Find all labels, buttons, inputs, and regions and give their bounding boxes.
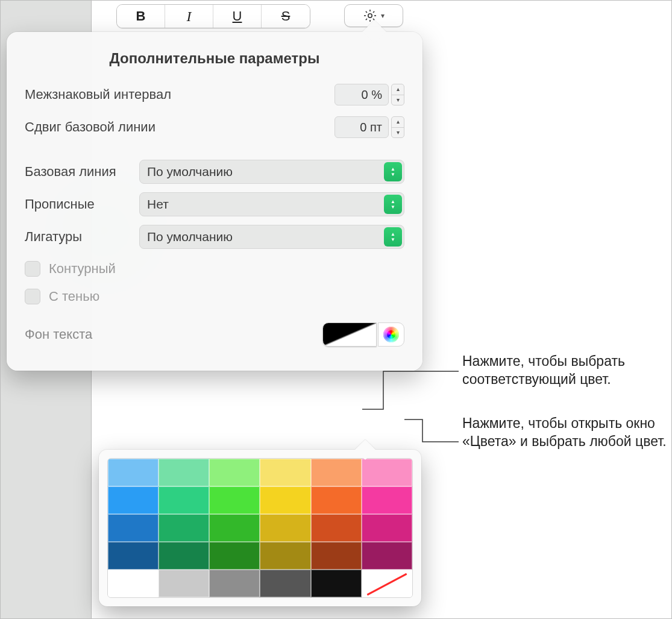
ligatures-label: Лигатуры xyxy=(25,229,139,245)
color-swatch[interactable] xyxy=(311,486,362,514)
color-swatch[interactable] xyxy=(260,514,310,542)
baseline-shift-step-down[interactable]: ▾ xyxy=(392,128,404,138)
popover-title: Дополнительные параметры xyxy=(25,50,404,67)
ligatures-dropdown-value: По умолчанию xyxy=(147,230,233,244)
shadow-label: С тенью xyxy=(49,289,99,304)
chevron-down-icon: ▾ xyxy=(381,11,385,20)
text-background-label: Фон текста xyxy=(25,327,92,342)
row-baseline: Базовая линия По умолчанию ▲▼ xyxy=(25,160,404,184)
color-swatch-popover xyxy=(99,450,421,606)
caps-label: Прописные xyxy=(25,196,139,212)
row-caps: Прописные Нет ▲▼ xyxy=(25,192,404,216)
color-swatch[interactable] xyxy=(362,486,412,514)
underline-icon: U xyxy=(233,8,242,24)
text-background-controls xyxy=(322,322,404,347)
row-baseline-shift: Сдвиг базовой линии 0 пт ▴ ▾ xyxy=(25,116,404,138)
char-spacing-step-down[interactable]: ▾ xyxy=(392,95,404,105)
color-swatch[interactable] xyxy=(108,486,159,514)
callout-color-wheel: Нажмите, чтобы открыть окно «Цвета» и вы… xyxy=(462,414,667,450)
color-swatch[interactable] xyxy=(260,486,310,514)
strikethrough-icon: S xyxy=(281,8,290,24)
char-spacing-label: Межзнаковый интервал xyxy=(25,87,171,102)
color-swatch[interactable] xyxy=(108,459,159,486)
color-swatch[interactable] xyxy=(362,542,412,570)
color-well-button[interactable] xyxy=(322,322,377,347)
svg-line-5 xyxy=(366,11,367,13)
ligatures-dropdown[interactable]: По умолчанию ▲▼ xyxy=(139,225,404,249)
color-swatch[interactable] xyxy=(209,570,260,597)
caps-dropdown-value: Нет xyxy=(147,197,169,212)
svg-line-7 xyxy=(366,19,367,20)
row-outline: Контурный xyxy=(25,261,404,277)
svg-point-0 xyxy=(368,14,372,17)
color-wheel-icon xyxy=(383,327,399,342)
color-wheel-button[interactable] xyxy=(378,322,404,347)
char-spacing-stepper: 0 % ▴ ▾ xyxy=(334,84,404,105)
color-swatch[interactable] xyxy=(311,570,362,597)
bold-button[interactable]: B xyxy=(117,5,165,28)
outline-checkbox[interactable] xyxy=(25,261,40,277)
baseline-shift-stepper: 0 пт ▴ ▾ xyxy=(334,116,404,138)
baseline-shift-step-buttons: ▴ ▾ xyxy=(391,116,404,138)
baseline-dropdown-value: По умолчанию xyxy=(147,165,233,179)
row-text-background: Фон текста xyxy=(25,322,404,347)
color-swatch[interactable] xyxy=(209,486,260,514)
color-swatch[interactable] xyxy=(362,514,412,542)
color-swatch[interactable] xyxy=(209,514,260,542)
caps-dropdown[interactable]: Нет ▲▼ xyxy=(139,192,404,216)
color-swatch[interactable] xyxy=(311,514,362,542)
baseline-dropdown[interactable]: По умолчанию ▲▼ xyxy=(139,160,404,184)
dropdown-knob-icon: ▲▼ xyxy=(384,195,402,214)
color-swatch[interactable] xyxy=(362,570,412,597)
row-ligatures: Лигатуры По умолчанию ▲▼ xyxy=(25,225,404,249)
color-swatch[interactable] xyxy=(108,542,159,570)
italic-icon: I xyxy=(187,8,192,25)
char-spacing-value[interactable]: 0 % xyxy=(334,84,389,105)
dropdown-knob-icon: ▲▼ xyxy=(384,162,402,181)
color-swatch[interactable] xyxy=(260,459,310,486)
color-swatch[interactable] xyxy=(159,459,209,486)
color-swatch[interactable] xyxy=(159,542,209,570)
char-spacing-step-buttons: ▴ ▾ xyxy=(391,84,404,105)
color-swatch-grid xyxy=(107,458,413,598)
strikethrough-button[interactable]: S xyxy=(262,5,310,28)
color-swatch[interactable] xyxy=(209,459,260,486)
color-swatch[interactable] xyxy=(159,486,209,514)
color-swatch[interactable] xyxy=(159,570,209,597)
baseline-shift-value[interactable]: 0 пт xyxy=(334,116,389,138)
row-shadow: С тенью xyxy=(25,289,404,304)
color-swatch[interactable] xyxy=(311,542,362,570)
baseline-shift-label: Сдвиг базовой линии xyxy=(25,119,155,135)
color-swatch[interactable] xyxy=(311,459,362,486)
callout-color-well: Нажмите, чтобы выбрать соответствующий ц… xyxy=(462,352,667,388)
dropdown-knob-icon: ▲▼ xyxy=(384,227,402,247)
text-style-segment: B I U S xyxy=(116,4,310,28)
advanced-options-popover: Дополнительные параметры Межзнаковый инт… xyxy=(7,32,422,371)
bold-icon: B xyxy=(136,8,146,24)
color-swatch[interactable] xyxy=(108,570,159,597)
app-frame: B I U S ▾ Дополнительные параметры Межзн… xyxy=(0,0,672,619)
color-swatch[interactable] xyxy=(260,570,310,597)
svg-line-6 xyxy=(373,19,374,20)
shadow-checkbox[interactable] xyxy=(25,289,40,304)
char-spacing-step-up[interactable]: ▴ xyxy=(392,84,404,95)
color-swatch[interactable] xyxy=(108,514,159,542)
row-char-spacing: Межзнаковый интервал 0 % ▴ ▾ xyxy=(25,84,404,105)
underline-button[interactable]: U xyxy=(213,5,262,28)
outline-label: Контурный xyxy=(49,261,116,277)
color-swatch[interactable] xyxy=(260,542,310,570)
svg-line-8 xyxy=(373,11,374,13)
italic-button[interactable]: I xyxy=(165,5,213,28)
color-swatch[interactable] xyxy=(362,459,412,486)
color-swatch[interactable] xyxy=(159,514,209,542)
baseline-label: Базовая линия xyxy=(25,164,139,180)
baseline-shift-step-up[interactable]: ▴ xyxy=(392,117,404,128)
color-swatch[interactable] xyxy=(209,542,260,570)
